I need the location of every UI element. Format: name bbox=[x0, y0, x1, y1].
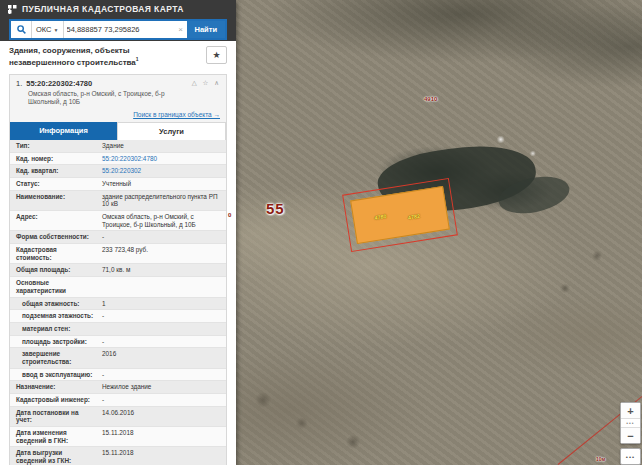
brand[interactable]: ПУБЛИЧНАЯ КАДАСТРОВАЯ КАРТА bbox=[0, 0, 236, 14]
result-cadastral-number: 55:20:220302:4780 bbox=[26, 79, 92, 88]
row-value: Нежилое здание bbox=[98, 381, 226, 394]
table-row: материал стен: bbox=[10, 322, 226, 335]
row-label: Общая площадь: bbox=[10, 264, 98, 277]
title-footnote: 1 bbox=[136, 56, 139, 62]
edge-parcel-label: 0 bbox=[228, 212, 231, 218]
table-row: завершение строительства:2016 bbox=[10, 348, 226, 368]
row-value: 15.11.2018 bbox=[98, 427, 226, 447]
search-input[interactable] bbox=[64, 21, 175, 38]
row-label: Тип: bbox=[10, 140, 98, 152]
row-label: Адрес: bbox=[10, 211, 98, 231]
zoom-out-button[interactable]: − bbox=[621, 428, 640, 443]
row-value bbox=[98, 277, 226, 297]
building-number-label: 4780 bbox=[374, 213, 387, 221]
row-label: завершение строительства: bbox=[10, 348, 98, 368]
cadastral-quarter-label: 55 bbox=[266, 200, 285, 217]
row-label: Дата изменения сведений в ГКН: bbox=[10, 427, 98, 447]
row-label: ввод в эксплуатацию: bbox=[10, 368, 98, 381]
panel-header: ПУБЛИЧНАЯ КАДАСТРОВАЯ КАРТА ОКС ▼ × Найт… bbox=[0, 0, 236, 41]
building-number-label: 4782 bbox=[407, 213, 420, 221]
result-address: Омская область, р-н Омский, с Троицкое, … bbox=[28, 90, 178, 106]
cadastral-link[interactable]: 55:20:220302:4780 bbox=[102, 155, 157, 162]
row-value[interactable]: 55:20:220302 bbox=[98, 165, 226, 178]
table-row: Основные характеристики bbox=[10, 277, 226, 297]
row-label: Статус: bbox=[10, 177, 98, 190]
app-title: ПУБЛИЧНАЯ КАДАСТРОВАЯ КАРТА bbox=[22, 4, 184, 14]
row-value: здание распределительного пункта РП 10 к… bbox=[98, 190, 226, 210]
panel-title: Здания, сооружения, объекты незавершенно… bbox=[9, 46, 187, 68]
table-row: Кадастровая стоимость:233 723,48 руб. bbox=[10, 244, 226, 264]
table-row: Общая площадь:71,0 кв. м bbox=[10, 264, 226, 277]
search-icon[interactable] bbox=[11, 21, 31, 38]
map-tools-button[interactable]: ••• bbox=[620, 448, 641, 465]
row-value: - bbox=[98, 394, 226, 407]
info-table-body: Тип:ЗданиеКад. номер:55:20:220302:4780Ка… bbox=[10, 140, 226, 465]
row-value: - bbox=[98, 335, 226, 348]
cadastral-link[interactable]: 55:20:220302 bbox=[102, 167, 141, 174]
table-row: Кад. номер:55:20:220302:4780 bbox=[10, 152, 226, 165]
row-label: Кад. квартал: bbox=[10, 165, 98, 178]
row-value: 15.11.2018 bbox=[98, 447, 226, 465]
table-row: Адрес:Омская область, р-н Омский, с Трои… bbox=[10, 211, 226, 231]
table-row: Тип:Здание bbox=[10, 140, 226, 152]
row-label: Форма собственности: bbox=[10, 231, 98, 244]
find-button[interactable]: Найти bbox=[187, 21, 225, 38]
panel-title-row: Здания, сооружения, объекты незавершенно… bbox=[0, 41, 236, 72]
row-label: площадь застройки: bbox=[10, 335, 98, 348]
row-value: Здание bbox=[98, 140, 226, 152]
selected-parcel-outline[interactable]: 4780 4782 bbox=[342, 178, 458, 252]
row-value: Учтенный bbox=[98, 177, 226, 190]
row-value: Омская область, р-н Омский, с Троицкое, … bbox=[98, 211, 226, 231]
row-value: - bbox=[98, 310, 226, 323]
boundary-distance-label: 10м bbox=[596, 456, 605, 462]
clear-search-icon[interactable]: × bbox=[175, 21, 187, 38]
table-row: Форма собственности:- bbox=[10, 231, 226, 244]
zoom-in-button[interactable]: + bbox=[621, 403, 640, 418]
row-label: Дата выгрузки сведений из ГКН: bbox=[10, 447, 98, 465]
row-label: Кадастровый инженер: bbox=[10, 394, 98, 407]
info-table: Тип:ЗданиеКад. номер:55:20:220302:4780Ка… bbox=[10, 140, 226, 465]
row-label: общая этажность: bbox=[10, 297, 98, 310]
info-panel: ПУБЛИЧНАЯ КАДАСТРОВАЯ КАРТА ОКС ▼ × Найт… bbox=[0, 0, 236, 465]
table-row: Назначение:Нежилое здание bbox=[10, 381, 226, 394]
zoom-slider-handle[interactable]: ••• bbox=[621, 418, 640, 428]
table-row: Наименование:здание распределительного п… bbox=[10, 190, 226, 210]
table-row: ввод в эксплуатацию:- bbox=[10, 368, 226, 381]
row-label: Назначение: bbox=[10, 381, 98, 394]
table-row: Статус:Учтенный bbox=[10, 177, 226, 190]
row-label: Наименование: bbox=[10, 190, 98, 210]
search-in-bounds-link[interactable]: Поиск в границах объекта → bbox=[10, 108, 226, 122]
search-category-dropdown[interactable]: ОКС ▼ bbox=[31, 21, 64, 38]
result-index: 1. bbox=[16, 79, 22, 88]
row-value: - bbox=[98, 368, 226, 381]
row-label: Дата постановки на учет: bbox=[10, 406, 98, 426]
tab-information[interactable]: Информация bbox=[10, 122, 117, 140]
result-action-icons[interactable]: △ ☆ ∧ bbox=[192, 79, 221, 87]
row-value: 2016 bbox=[98, 348, 226, 368]
favorite-star-button[interactable]: ★ bbox=[206, 46, 227, 64]
parcel-number-label: 4910 bbox=[424, 96, 437, 102]
row-value[interactable]: 55:20:220302:4780 bbox=[98, 152, 226, 165]
row-label: Кад. номер: bbox=[10, 152, 98, 165]
row-label: подземная этажность: bbox=[10, 310, 98, 323]
row-value bbox=[98, 322, 226, 335]
pkk-logo-icon bbox=[8, 5, 17, 14]
table-row: Дата выгрузки сведений из ГКН:15.11.2018 bbox=[10, 447, 226, 465]
row-value: 14.06.2016 bbox=[98, 406, 226, 426]
table-row: Кадастровый инженер:- bbox=[10, 394, 226, 407]
row-value: 1 bbox=[98, 297, 226, 310]
result-card: 1. 55:20:220302:4780 △ ☆ ∧ Омская област… bbox=[9, 74, 227, 465]
table-row: Дата изменения сведений в ГКН:15.11.2018 bbox=[10, 427, 226, 447]
table-row: площадь застройки:- bbox=[10, 335, 226, 348]
zoom-control[interactable]: + ••• − bbox=[620, 402, 641, 444]
row-label: Основные характеристики bbox=[10, 277, 98, 297]
result-header[interactable]: 1. 55:20:220302:4780 △ ☆ ∧ Омская област… bbox=[10, 75, 226, 108]
table-row: Кад. квартал:55:20:220302 bbox=[10, 165, 226, 178]
table-row: Дата постановки на учет:14.06.2016 bbox=[10, 406, 226, 426]
search-bar: ОКС ▼ × Найти bbox=[9, 19, 227, 40]
row-label: Кадастровая стоимость: bbox=[10, 244, 98, 264]
selected-building-polygon[interactable]: 4780 4782 bbox=[350, 186, 450, 244]
table-row: общая этажность:1 bbox=[10, 297, 226, 310]
tab-services[interactable]: Услуги bbox=[117, 122, 226, 140]
chevron-down-icon: ▼ bbox=[54, 27, 59, 33]
